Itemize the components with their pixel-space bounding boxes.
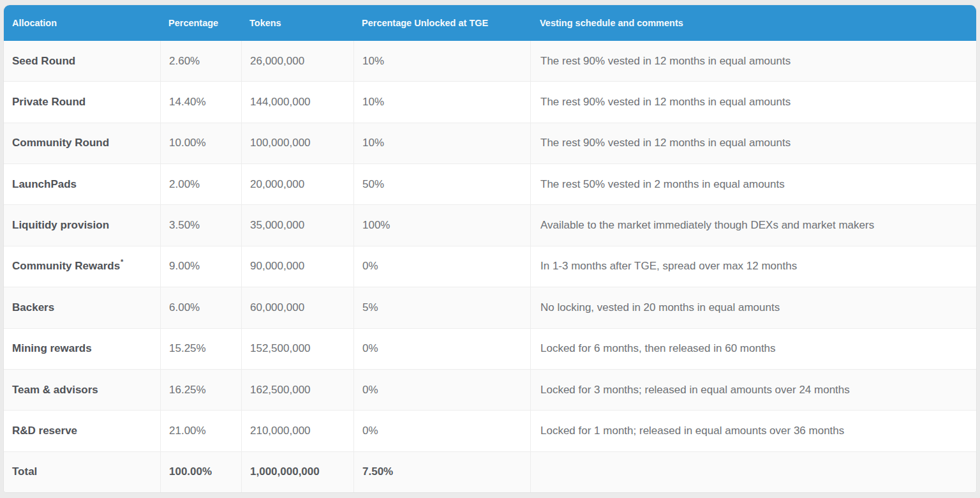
cell-unlocked-tge: 50% <box>353 164 530 204</box>
total-percentage: 100.00% <box>169 465 212 478</box>
table-row: Liquitidy provision 3.50% 35,000,000 100… <box>4 204 976 245</box>
table-row: Private Round 14.40% 144,000,000 10% The… <box>4 81 976 122</box>
header-cell-unlocked-tge: Percentage Unlocked at TGE <box>353 18 530 28</box>
cell-unlocked-tge: 7.50% <box>353 452 530 492</box>
tokens-value: 20,000,000 <box>250 178 304 191</box>
header-label-percentage: Percentage <box>168 18 218 28</box>
cell-unlocked-tge: 10% <box>353 82 530 122</box>
table-row: Community Round 10.00% 100,000,000 10% T… <box>4 123 976 163</box>
cell-tokens: 162,500,000 <box>241 370 353 410</box>
cell-vesting-comment: Locked for 1 month; released in equal am… <box>530 411 976 451</box>
unlocked-tge-value: 0% <box>362 425 378 437</box>
table-row: Backers 6.00% 60,000,000 5% No locking, … <box>4 287 976 328</box>
table-row: Community Rewards * 9.00% 90,000,000 0% … <box>4 246 976 287</box>
percentage-value: 10.00% <box>169 137 206 149</box>
cell-vesting-comment: Locked for 3 months; released in equal a… <box>530 370 976 410</box>
cell-unlocked-tge: 0% <box>353 370 530 410</box>
unlocked-tge-value: 5% <box>362 301 378 314</box>
unlocked-tge-value: 0% <box>362 384 378 396</box>
vesting-comment: In 1-3 months after TGE, spread over max… <box>540 260 797 273</box>
cell-allocation: Liquitidy provision <box>4 205 160 245</box>
vesting-comment: The rest 50% vested in 2 months in equal… <box>540 178 785 191</box>
cell-vesting-comment: The rest 90% vested in 12 months in equa… <box>530 123 976 163</box>
vesting-comment: Locked for 3 months; released in equal a… <box>540 384 850 396</box>
tokens-value: 152,500,000 <box>250 342 311 355</box>
allocation-label: Backers <box>12 301 54 314</box>
cell-unlocked-tge: 100% <box>353 205 530 245</box>
tokens-value: 90,000,000 <box>250 260 304 273</box>
vesting-comment: No locking, vested in 20 months in equal… <box>540 301 780 314</box>
cell-vesting-comment: In 1-3 months after TGE, spread over max… <box>530 246 976 287</box>
table-header-row: Allocation Percentage Tokens Percentage … <box>4 5 976 41</box>
allocation-label: Community Round <box>12 137 109 149</box>
table-row: LaunchPads 2.00% 20,000,000 50% The rest… <box>4 163 976 204</box>
header-cell-tokens: Tokens <box>241 18 353 28</box>
cell-allocation: Total <box>4 452 160 492</box>
cell-tokens: 20,000,000 <box>241 164 353 204</box>
cell-percentage: 21.00% <box>160 411 241 451</box>
cell-tokens: 152,500,000 <box>241 329 353 369</box>
unlocked-tge-value: 0% <box>362 342 378 355</box>
cell-tokens: 35,000,000 <box>241 205 353 245</box>
cell-vesting-comment: The rest 90% vested in 12 months in equa… <box>530 82 976 122</box>
cell-allocation: R&D reserve <box>4 411 160 451</box>
cell-percentage: 9.00% <box>160 246 241 287</box>
table-row: R&D reserve 21.00% 210,000,000 0% Locked… <box>4 410 976 451</box>
percentage-value: 15.25% <box>169 342 206 355</box>
cell-percentage: 10.00% <box>160 123 241 163</box>
vesting-comment: Locked for 6 months, then released in 60… <box>540 342 776 355</box>
vesting-comment: The rest 90% vested in 12 months in equa… <box>540 137 791 149</box>
cell-percentage: 14.40% <box>160 82 241 122</box>
table-row: Seed Round 2.60% 26,000,000 10% The rest… <box>4 41 976 81</box>
cell-percentage: 6.00% <box>160 287 241 328</box>
tokens-value: 100,000,000 <box>250 137 311 149</box>
allocation-label: R&D reserve <box>12 425 77 437</box>
allocation-label: Mining rewards <box>12 342 92 355</box>
cell-vesting-comment: The rest 90% vested in 12 months in equa… <box>530 41 976 81</box>
cell-unlocked-tge: 0% <box>353 246 530 287</box>
unlocked-tge-value: 50% <box>362 178 384 191</box>
allocation-label: Team & advisors <box>12 384 98 396</box>
allocation-label: Private Round <box>12 96 85 109</box>
cell-vesting-comment <box>530 452 976 492</box>
cell-allocation: LaunchPads <box>4 164 160 204</box>
cell-allocation: Team & advisors <box>4 370 160 410</box>
total-label: Total <box>12 465 37 478</box>
cell-allocation: Seed Round <box>4 41 160 81</box>
header-cell-allocation: Allocation <box>4 18 160 28</box>
header-label-tokens: Tokens <box>249 18 281 28</box>
percentage-value: 9.00% <box>169 260 200 273</box>
header-label-allocation: Allocation <box>12 18 57 28</box>
percentage-value: 6.00% <box>169 301 200 314</box>
cell-percentage: 16.25% <box>160 370 241 410</box>
cell-vesting-comment: Locked for 6 months, then released in 60… <box>530 329 976 369</box>
cell-percentage: 2.00% <box>160 164 241 204</box>
percentage-value: 16.25% <box>169 384 206 396</box>
percentage-value: 21.00% <box>169 425 206 437</box>
header-label-unlocked-tge: Percentage Unlocked at TGE <box>362 18 488 28</box>
cell-allocation: Community Rewards * <box>4 246 160 287</box>
cell-vesting-comment: Available to the market immediately thou… <box>530 205 976 245</box>
table-row: Mining rewards 15.25% 152,500,000 0% Loc… <box>4 328 976 369</box>
unlocked-tge-value: 100% <box>362 219 390 232</box>
percentage-value: 2.00% <box>169 178 200 191</box>
cell-tokens: 90,000,000 <box>241 246 353 287</box>
allocation-label: LaunchPads <box>12 178 77 191</box>
unlocked-tge-value: 10% <box>362 137 384 149</box>
vesting-comment: The rest 90% vested in 12 months in equa… <box>540 55 791 68</box>
total-tokens: 1,000,000,000 <box>250 465 320 478</box>
header-cell-vesting: Vesting schedule and comments <box>530 18 976 28</box>
cell-allocation: Community Round <box>4 123 160 163</box>
cell-percentage: 3.50% <box>160 205 241 245</box>
cell-allocation: Mining rewards <box>4 329 160 369</box>
cell-percentage: 2.60% <box>160 41 241 81</box>
total-unlocked: 7.50% <box>362 465 393 478</box>
cell-tokens: 1,000,000,000 <box>241 452 353 492</box>
tokens-value: 144,000,000 <box>250 96 311 109</box>
unlocked-tge-value: 0% <box>362 260 378 273</box>
tokens-value: 60,000,000 <box>250 301 304 314</box>
tokens-value: 26,000,000 <box>250 55 304 68</box>
table-body: Seed Round 2.60% 26,000,000 10% The rest… <box>4 41 976 492</box>
cell-allocation: Backers <box>4 287 160 328</box>
tokens-value: 210,000,000 <box>250 425 311 437</box>
